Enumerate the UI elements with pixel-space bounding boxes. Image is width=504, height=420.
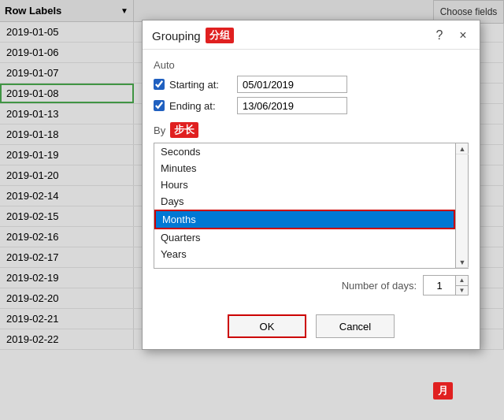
list-item[interactable]: Seconds [154,143,455,160]
dialog-title-badge: 分组 [206,28,234,43]
by-label: By [154,125,165,136]
dialog-body: Auto Starting at: Ending at: By 步长 Secon… [143,50,480,307]
list-item[interactable]: Months [154,210,455,229]
days-input[interactable] [424,276,455,295]
grouping-list[interactable]: SecondsMinutesHoursDaysMonthsQuartersYea… [154,143,456,269]
scrollbar[interactable]: ▲ ▼ [456,143,469,269]
by-section: By 步长 [154,122,469,138]
days-input-group: ▲ ▼ [423,275,469,295]
days-label: Number of days: [342,280,417,292]
ending-checkbox[interactable] [154,100,165,111]
scroll-up[interactable]: ▲ [456,143,469,154]
starting-row: Starting at: [154,76,469,93]
days-row: Number of days: ▲ ▼ [154,275,469,295]
ending-label: Ending at: [169,100,232,112]
starting-checkbox[interactable] [154,79,165,90]
auto-section: Auto Starting at: Ending at: [154,59,469,114]
moon-annotation: 月 [433,382,453,400]
list-item[interactable]: Hours [154,177,455,193]
grouping-dialog: Grouping 分组 ? × Auto Starting at: Ending… [142,20,480,350]
list-item[interactable]: Years [154,246,455,262]
starting-label: Starting at: [169,79,232,91]
list-area: SecondsMinutesHoursDaysMonthsQuartersYea… [154,143,469,269]
help-button[interactable]: ? [431,27,448,44]
dialog-titlebar: Grouping 分组 ? × [143,20,480,50]
list-item[interactable]: Minutes [154,160,455,177]
dialog-titlebar-btns: ? × [431,27,472,44]
by-badge: 步长 [170,122,198,138]
dialog-footer: OK Cancel [143,307,480,349]
spinner-up[interactable]: ▲ [456,276,468,286]
dialog-title-area: Grouping 分组 [152,28,234,43]
list-item[interactable]: Quarters [154,229,455,246]
days-spinner: ▲ ▼ [455,276,468,295]
close-button[interactable]: × [454,27,472,44]
cancel-button[interactable]: Cancel [316,314,395,338]
spinner-down[interactable]: ▼ [456,286,468,295]
dialog-title: Grouping [152,29,201,43]
auto-label: Auto [154,59,469,71]
ending-row: Ending at: [154,97,469,114]
scroll-down[interactable]: ▼ [456,257,469,268]
scroll-track [456,154,468,257]
starting-input[interactable] [237,76,347,93]
ok-button[interactable]: OK [228,314,306,338]
list-item[interactable]: Days [154,193,455,210]
ending-input[interactable] [237,97,347,114]
